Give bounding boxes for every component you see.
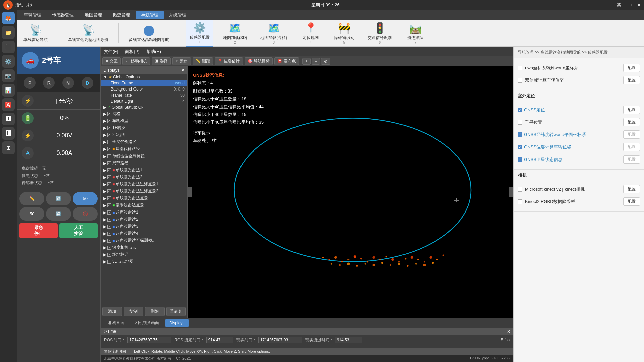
- tree-ultrasonic4[interactable]: ▶ ✓ ■ 超声波雷达4: [101, 230, 187, 237]
- dock-icon-app3[interactable]: 🅺: [2, 127, 15, 140]
- gear-r[interactable]: R: [43, 77, 55, 89]
- act-btn-50[interactable]: 50: [73, 192, 98, 205]
- nav-tab-sensor[interactable]: 传感器管理: [47, 11, 79, 19]
- local-path-checkbox[interactable]: ✓: [107, 147, 111, 151]
- global-options-item[interactable]: ▼ ★ Global Options: [101, 74, 187, 80]
- tree-ultrasonic2[interactable]: ▶ ✓ ■ 超声波雷达2: [101, 216, 187, 223]
- dock-icon-chart[interactable]: 📊: [2, 84, 15, 97]
- map3d-tree-checkbox[interactable]: [107, 260, 111, 264]
- background-color-item[interactable]: Background Color 0; 0; 0: [101, 86, 187, 92]
- resume-label[interactable]: 复位流逝时间: [104, 349, 126, 353]
- tree-lidar1[interactable]: ▶ ✓ ■ 单线激光雷达1: [101, 167, 187, 174]
- lidar-cloud-checkbox[interactable]: ✓: [107, 196, 111, 200]
- car-model-checkbox[interactable]: ✓: [107, 119, 111, 123]
- tree-depth-camera[interactable]: ▶ ✓ 深度相机点云: [101, 244, 187, 251]
- tree-lidar2[interactable]: ▶ ✓ ■ 单线激光雷达2: [101, 174, 187, 181]
- ros-time-input[interactable]: [127, 337, 171, 343]
- emergency-stop-btn[interactable]: 紧急停止: [19, 223, 58, 238]
- frame-rate-item[interactable]: Frame Rate 30: [101, 92, 187, 98]
- act-btn-3[interactable]: 50: [19, 207, 44, 221]
- gnss-positioning-checkbox[interactable]: ✓: [518, 108, 522, 112]
- ctool-plus[interactable]: +: [302, 58, 311, 65]
- uwb-config-btn[interactable]: 配置: [623, 64, 640, 72]
- manual-takeover-btn[interactable]: 人工接管: [59, 223, 98, 238]
- toolbar-traffic[interactable]: 🚦 交通信号识别 6: [364, 20, 395, 46]
- fixed-frame-item[interactable]: Fixed Frame world: [101, 80, 187, 86]
- lang-label[interactable]: 英: [617, 2, 621, 8]
- local-route-checkbox[interactable]: ✓: [107, 161, 111, 165]
- kinect-checkbox[interactable]: [518, 187, 522, 192]
- single-lidar-global-checkbox[interactable]: [107, 154, 111, 158]
- qianxun-checkbox[interactable]: [518, 120, 522, 125]
- delete-display-btn[interactable]: 删除: [145, 307, 165, 316]
- tree-local-path[interactable]: ▶ ✓ ■ 局部代价路径: [101, 145, 187, 153]
- copy-display-btn[interactable]: 复制: [124, 307, 144, 316]
- qianxun-config-btn[interactable]: 配置: [623, 118, 640, 126]
- dual-beacon-checkbox[interactable]: [518, 78, 522, 83]
- dock-icon-camera[interactable]: 📷: [2, 69, 15, 82]
- dual-beacon-config-btn[interactable]: 配置: [623, 76, 640, 84]
- real-time-input[interactable]: [258, 337, 302, 343]
- gear-d[interactable]: D: [82, 77, 93, 89]
- ctool-focus[interactable]: ⊕ 聚焦: [172, 57, 191, 65]
- toolbar-obstacle[interactable]: 🚧 障碍物识别 5: [331, 20, 358, 46]
- global-path-checkbox[interactable]: [107, 140, 111, 144]
- nav-tab-navigation[interactable]: 导航管理: [136, 11, 164, 19]
- tree-2d-map[interactable]: ▶ ✓ 2D地图: [101, 131, 187, 138]
- ctool-circle[interactable]: ⊙: [321, 58, 330, 65]
- kinect2-checkbox[interactable]: [518, 199, 522, 204]
- time-close[interactable]: ✕: [507, 329, 511, 334]
- tab-camera-view[interactable]: 相机画面: [104, 319, 129, 327]
- tree-global-path[interactable]: ▶ 全局代价路径: [101, 138, 187, 145]
- gnss-positioning-config-btn[interactable]: 配置: [623, 106, 640, 114]
- dock-icon-app1[interactable]: 🅰️: [2, 98, 15, 111]
- toolbar-lidar-hd-nav[interactable]: 📡 单线雷达高精地图导航: [65, 22, 112, 44]
- lidar1-checkbox[interactable]: ✓: [107, 168, 111, 172]
- act-btn-5[interactable]: 🚫: [73, 207, 98, 221]
- viz-area[interactable]: GNSS状态信息: 解状态：4 跟踪到卫星总数：33 信噪比大于40卫星数量：1…: [188, 66, 513, 318]
- menu-help[interactable]: 帮助(H): [146, 49, 161, 55]
- tree-3d-map[interactable]: ▶ 3D点云地图: [101, 258, 187, 265]
- tree-grid[interactable]: ▶ ✓ 网格: [101, 110, 187, 117]
- ctool-move-cam[interactable]: ↔ 移动相机: [122, 57, 150, 65]
- ros-elapsed-input[interactable]: [206, 337, 233, 343]
- window-close[interactable]: ✕: [637, 3, 641, 7]
- gnss-world-config-btn[interactable]: 配置: [623, 130, 640, 139]
- toolbar-sensor-config[interactable]: ⚙️ 传感器配置 1: [186, 20, 213, 47]
- menu-panel[interactable]: 面板(P): [125, 49, 140, 55]
- mmwave-checkbox[interactable]: ✓: [107, 203, 111, 207]
- lidar-filter1-checkbox[interactable]: ✓: [107, 182, 111, 186]
- tree-car-model[interactable]: ▶ ✓ 车辆模型: [101, 117, 187, 124]
- gear-p[interactable]: P: [24, 77, 36, 89]
- displays-close[interactable]: ✕: [181, 68, 185, 73]
- kinect-config-btn[interactable]: 配置: [623, 185, 640, 193]
- ctool-measure[interactable]: 📏 测距: [193, 57, 213, 65]
- ultrasonic1-checkbox[interactable]: ✓: [107, 210, 111, 215]
- window-maximize[interactable]: □: [632, 3, 634, 7]
- nav-tab-track[interactable]: 循迹管理: [107, 11, 136, 19]
- ubuntu-icon[interactable]: 🐧: [3, 0, 13, 10]
- grid-checkbox[interactable]: ✓: [107, 112, 111, 116]
- gnss-pose-checkbox[interactable]: ✓: [518, 145, 522, 149]
- activity-label[interactable]: 活动: [15, 2, 23, 8]
- gnss-world-checkbox[interactable]: ✓: [518, 132, 522, 137]
- app-name[interactable]: 未知: [26, 2, 34, 8]
- rename-display-btn[interactable]: 重命名: [166, 307, 186, 316]
- toolbar-map-hd[interactable]: 🗺️ 地图加载(高精) 3: [257, 20, 290, 46]
- toolbar-lidar-nav[interactable]: 📡 单线雷达导航: [20, 22, 51, 44]
- lidar2-checkbox[interactable]: ✓: [107, 175, 111, 179]
- act-btn-1[interactable]: ✏️: [19, 192, 44, 205]
- toolbar-track[interactable]: 🛤️ 航迹跟踪 7: [402, 20, 429, 46]
- dock-icon-files[interactable]: 📁: [2, 26, 15, 39]
- ultrasonic-detect-checkbox[interactable]: ✓: [107, 239, 111, 243]
- default-light-item[interactable]: Default Light ✓: [101, 98, 187, 104]
- ultrasonic2-checkbox[interactable]: ✓: [107, 218, 111, 222]
- map2d-checkbox[interactable]: ✓: [107, 133, 111, 137]
- ctool-interact[interactable]: ✕ 交互: [102, 57, 121, 65]
- dock-icon-firefox[interactable]: 🦊: [2, 12, 15, 24]
- gnss-satellite-checkbox[interactable]: ✓: [518, 157, 522, 162]
- tab-camera-angle[interactable]: 相机视角画面: [130, 319, 163, 327]
- ultrasonic4-checkbox[interactable]: ✓: [107, 232, 111, 236]
- depth-camera-checkbox[interactable]: ✓: [107, 246, 111, 250]
- act-btn-2[interactable]: ↩️: [46, 192, 71, 205]
